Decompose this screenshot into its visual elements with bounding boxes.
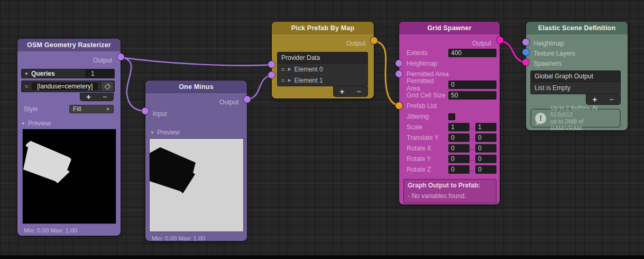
queries-count-field[interactable]: 1	[86, 69, 114, 78]
permitted-area-port-label: Permitted Area	[407, 70, 448, 78]
graph-output-title: Graph Output to Prefab:	[408, 182, 492, 189]
node-title-bar[interactable]: One Minus	[145, 81, 247, 93]
port-dot-texture-layers[interactable]	[522, 49, 529, 56]
expand-arrow-icon[interactable]: ▶	[288, 67, 291, 72]
node-title-bar[interactable]: Grid Spawner	[399, 22, 500, 34]
translate-y-max-field[interactable]: 0	[475, 133, 496, 142]
port-row-output: Output	[17, 56, 112, 65]
node-graph-canvas[interactable]: OSM Geometry Rasterizer Output ▼ Queries…	[0, 0, 644, 259]
tag-icon	[104, 83, 111, 90]
port-label-output: Output	[93, 57, 112, 64]
node-title-bar[interactable]: Pick Prefab By Map	[272, 22, 374, 34]
rotate-y-min-field[interactable]: 0	[448, 155, 470, 163]
drag-handle-icon[interactable]: =	[281, 77, 284, 84]
node-title-bar[interactable]: Elastic Scene Definition	[526, 22, 628, 34]
add-element-button[interactable]: +	[340, 87, 345, 95]
list-footer: + −	[333, 86, 368, 97]
rotate-x-label: Rotate X	[407, 145, 448, 152]
port-row-output: Output	[399, 39, 491, 48]
remove-element-button[interactable]: −	[357, 87, 362, 95]
preview-image	[150, 139, 243, 231]
port-dot-output[interactable]	[371, 37, 378, 44]
preview-foldout[interactable]: ▼ Preview	[21, 120, 121, 127]
port-dot-heightmap[interactable]	[522, 39, 529, 46]
list-header: Provider Data	[278, 52, 367, 64]
port-dot-element0[interactable]	[268, 61, 275, 68]
wire-osm-to-element0[interactable]	[121, 57, 272, 66]
wire-oneminus-to-element1[interactable]	[247, 75, 272, 100]
translate-y-row: Translate Y 0 ↔ 0	[407, 132, 496, 143]
rotate-y-max-field[interactable]: 0	[475, 155, 496, 163]
grid-cell-size-row: Grid Cell Size 50	[407, 90, 496, 101]
scale-min-field[interactable]: 1	[448, 123, 470, 131]
grid-cell-size-label: Grid Cell Size	[407, 92, 448, 99]
port-dot-spawners[interactable]	[522, 59, 529, 66]
info-line2: up to 2MB of RAM/VRAM.	[550, 118, 583, 131]
port-row-input: Input	[153, 110, 247, 118]
extents-field[interactable]: 400	[448, 49, 496, 57]
rotate-x-max-field[interactable]: 0	[475, 144, 496, 153]
port-label-output: Output	[346, 40, 365, 47]
preview-foldout[interactable]: ▼ Preview	[150, 129, 247, 136]
list-footer: + −	[586, 94, 621, 105]
node-one-minus[interactable]: One Minus Output Input ▼ Preview Min: 0.…	[145, 81, 247, 241]
node-title-bar[interactable]: OSM Geometry Rasterizer	[17, 39, 121, 51]
port-dot-output[interactable]	[244, 96, 251, 103]
port-dot-prefab-list[interactable]	[395, 102, 402, 109]
range-separator-icon: ↔	[470, 166, 475, 173]
rotate-z-row: Rotate Z 0 ↔ 0	[407, 164, 496, 175]
add-item-button[interactable]: +	[593, 95, 597, 103]
expand-arrow-icon[interactable]: ▶	[288, 78, 291, 83]
port-dot-element1[interactable]	[268, 72, 275, 78]
queries-foldout[interactable]: ▼ Queries 1	[21, 69, 115, 78]
port-dot-input[interactable]	[142, 108, 149, 114]
chevron-down-icon: ▼	[106, 107, 110, 112]
node-title: OSM Geometry Rasterizer	[27, 41, 111, 49]
info-box: ! Up to 2 Buffers. At 512x512 up to 2MB …	[530, 109, 621, 128]
port-dot-output[interactable]	[496, 37, 503, 43]
rotate-z-max-field[interactable]: 0	[475, 165, 496, 174]
port-dot-output[interactable]	[117, 53, 124, 60]
drag-handle-icon[interactable]: =	[25, 83, 28, 90]
query-tag-button[interactable]	[102, 82, 113, 91]
rotate-y-row: Rotate Y 0 ↔ 0	[407, 154, 496, 164]
permitted-area-field[interactable]: 0	[448, 81, 496, 89]
jittering-checkbox[interactable]	[448, 113, 455, 120]
jittering-label: Jittering	[407, 113, 448, 120]
list-item-element1[interactable]: = ▶ Element 1	[278, 75, 367, 86]
wire-osm-to-oneminus[interactable]	[121, 57, 145, 111]
node-elastic-scene-definition[interactable]: Elastic Scene Definition Heightmap Textu…	[526, 22, 628, 130]
remove-item-button[interactable]: −	[610, 95, 614, 103]
drag-handle-icon[interactable]: =	[281, 66, 284, 73]
add-query-button[interactable]: +	[86, 93, 91, 101]
remove-query-button[interactable]: −	[103, 93, 107, 101]
permitted-area-row: Permitted Area 0	[407, 79, 496, 90]
rotate-z-min-field[interactable]: 0	[448, 165, 470, 174]
port-dot-heightmap[interactable]	[395, 60, 402, 67]
style-dropdown[interactable]: Fill ▼	[69, 105, 114, 113]
preview-label: Preview	[28, 120, 51, 127]
query-list-item[interactable]: = [landuse=cemetery]	[21, 81, 115, 92]
style-label: Style	[24, 105, 69, 113]
list-item-element0[interactable]: = ▶ Element 0	[278, 64, 367, 75]
node-pick-prefab-by-map[interactable]: Pick Prefab By Map Output Provider Data …	[272, 22, 374, 99]
node-osm-geometry-rasterizer[interactable]: OSM Geometry Rasterizer Output ▼ Queries…	[17, 39, 121, 236]
translate-y-min-field[interactable]: 0	[448, 133, 470, 142]
node-title: Pick Prefab By Map	[291, 24, 355, 32]
list-empty-row: List is Empty	[531, 82, 620, 94]
global-graph-output-list: Global Graph Output List is Empty	[530, 70, 621, 94]
rotate-x-min-field[interactable]: 0	[448, 144, 470, 153]
node-title: Grid Spawner	[427, 24, 472, 32]
rotate-z-label: Rotate Z	[407, 166, 448, 173]
port-dot-permitted-area[interactable]	[395, 70, 402, 77]
node-title: Elastic Scene Definition	[538, 24, 616, 32]
queries-label: Queries	[31, 70, 55, 77]
element-label: Element 0	[295, 66, 323, 73]
scale-max-field[interactable]: 1	[475, 123, 496, 131]
extents-row: Extents 400	[407, 48, 496, 58]
node-grid-spawner[interactable]: Grid Spawner Output Extents 400 Heightma…	[399, 22, 500, 204]
query-input[interactable]: [landuse=cemetery]	[31, 82, 99, 91]
info-text: Up to 2 Buffers. At 512x512 up to 2MB of…	[550, 104, 616, 132]
translate-y-label: Translate Y	[407, 134, 448, 141]
grid-cell-size-field[interactable]: 50	[448, 91, 496, 100]
